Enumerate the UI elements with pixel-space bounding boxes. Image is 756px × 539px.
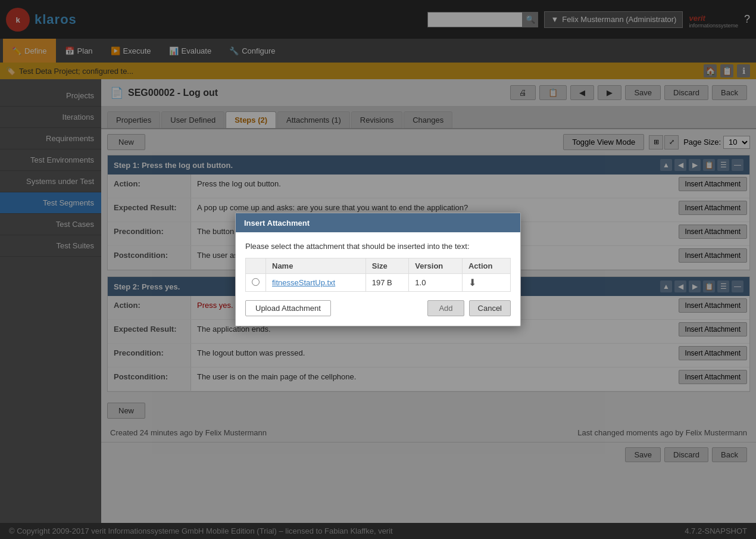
- insert-attachment-modal: Insert Attachment Please select the atta…: [235, 213, 521, 326]
- modal-overlay: Insert Attachment Please select the atta…: [0, 0, 756, 539]
- add-button[interactable]: Add: [427, 300, 464, 316]
- attachment-size-cell: 197 B: [365, 274, 409, 292]
- modal-body: Please select the attachment that should…: [236, 232, 520, 326]
- modal-title: Insert Attachment: [244, 219, 310, 228]
- col-name: Name: [266, 258, 366, 274]
- col-radio: [246, 258, 266, 274]
- col-version: Version: [409, 258, 463, 274]
- download-icon[interactable]: ⬇: [468, 278, 476, 288]
- upload-attachment-button[interactable]: Upload Attachment: [245, 300, 331, 316]
- modal-footer: Upload Attachment Add Cancel: [245, 300, 511, 316]
- attachment-radio-cell[interactable]: [246, 274, 266, 292]
- attachment-action-cell[interactable]: ⬇: [462, 274, 510, 292]
- modal-attachment-table: Name Size Version Action fitnesseStartUp…: [245, 258, 511, 292]
- attachment-version-cell: 1.0: [409, 274, 463, 292]
- modal-instruction: Please select the attachment that should…: [245, 242, 511, 251]
- attachment-row-0: fitnesseStartUp.txt 197 B 1.0 ⬇: [246, 274, 511, 292]
- modal-table-header-row: Name Size Version Action: [246, 258, 511, 274]
- modal-header: Insert Attachment: [236, 213, 520, 232]
- col-size: Size: [365, 258, 409, 274]
- modal-action-buttons: Add Cancel: [427, 300, 511, 316]
- cancel-button[interactable]: Cancel: [469, 300, 511, 316]
- attachment-radio[interactable]: [252, 278, 260, 286]
- attachment-name-cell[interactable]: fitnesseStartUp.txt: [266, 274, 366, 292]
- col-action: Action: [462, 258, 510, 274]
